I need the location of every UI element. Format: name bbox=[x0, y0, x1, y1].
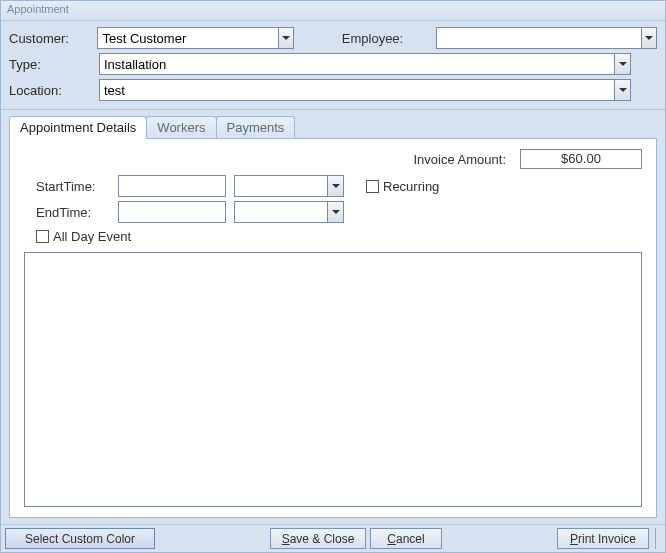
customer-combo[interactable] bbox=[97, 27, 293, 49]
save-and-close-button[interactable]: Save & Close bbox=[270, 528, 366, 549]
checkbox-icon[interactable] bbox=[366, 180, 379, 193]
location-label: Location: bbox=[9, 83, 95, 98]
header-form: Customer: Employee: Type: Location: bbox=[1, 21, 665, 110]
window-title: Appointment bbox=[1, 1, 665, 21]
chevron-down-icon[interactable] bbox=[641, 28, 656, 48]
print-invoice-button[interactable]: Print Invoice bbox=[557, 528, 649, 549]
start-time-label: StartTime: bbox=[36, 179, 118, 194]
tab-appointment-details[interactable]: Appointment Details bbox=[9, 116, 147, 139]
cancel-button[interactable]: Cancel bbox=[370, 528, 442, 549]
customer-input[interactable] bbox=[98, 28, 278, 48]
employee-combo[interactable] bbox=[436, 27, 657, 49]
all-day-checkbox[interactable]: All Day Event bbox=[36, 229, 642, 244]
checkbox-icon[interactable] bbox=[36, 230, 49, 243]
recurring-label: Recurring bbox=[383, 179, 439, 194]
tabstrip: Appointment Details Workers Payments bbox=[9, 114, 657, 138]
chevron-down-icon[interactable] bbox=[278, 28, 293, 48]
employee-input[interactable] bbox=[437, 28, 641, 48]
footer-separator bbox=[655, 528, 661, 549]
tab-workers[interactable]: Workers bbox=[146, 116, 216, 138]
type-input[interactable] bbox=[100, 54, 614, 74]
invoice-amount-label: Invoice Amount: bbox=[414, 152, 507, 167]
type-combo[interactable] bbox=[99, 53, 631, 75]
location-combo[interactable] bbox=[99, 79, 631, 101]
end-time-label: EndTime: bbox=[36, 205, 118, 220]
chevron-down-icon[interactable] bbox=[614, 54, 630, 74]
chevron-down-icon[interactable] bbox=[614, 80, 630, 100]
all-day-label: All Day Event bbox=[53, 229, 131, 244]
chevron-down-icon[interactable] bbox=[327, 176, 343, 196]
end-date-input[interactable] bbox=[118, 201, 226, 223]
start-date-input[interactable] bbox=[118, 175, 226, 197]
recurring-checkbox[interactable]: Recurring bbox=[366, 179, 642, 194]
footer-toolbar: Select Custom Color Save & Close Cancel … bbox=[1, 524, 665, 552]
select-custom-color-button[interactable]: Select Custom Color bbox=[5, 528, 155, 549]
tab-page-details: Invoice Amount: $60.00 StartTime: Recurr… bbox=[9, 138, 657, 518]
customer-label: Customer: bbox=[9, 31, 93, 46]
type-label: Type: bbox=[9, 57, 95, 72]
body-area: Appointment Details Workers Payments Inv… bbox=[1, 110, 665, 524]
location-input[interactable] bbox=[100, 80, 614, 100]
tab-payments[interactable]: Payments bbox=[216, 116, 296, 138]
employee-label: Employee: bbox=[342, 31, 432, 46]
notes-textarea[interactable] bbox=[24, 252, 642, 507]
chevron-down-icon[interactable] bbox=[327, 202, 343, 222]
end-time-combo[interactable] bbox=[234, 201, 344, 223]
appointment-window: Appointment Customer: Employee: Type: Lo… bbox=[0, 0, 666, 553]
invoice-amount-value[interactable]: $60.00 bbox=[520, 149, 642, 169]
start-time-combo[interactable] bbox=[234, 175, 344, 197]
